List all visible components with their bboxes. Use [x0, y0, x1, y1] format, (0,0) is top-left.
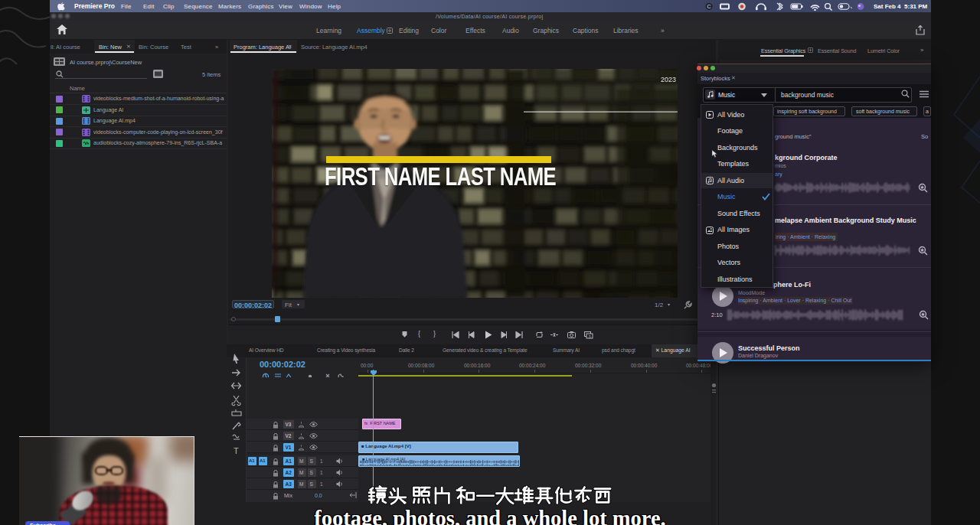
svg-text:3: 3 — [589, 334, 591, 339]
svg-text:2023: 2023 — [661, 76, 676, 83]
svg-text:C: C — [707, 4, 710, 9]
svg-text:T: T — [234, 446, 239, 455]
